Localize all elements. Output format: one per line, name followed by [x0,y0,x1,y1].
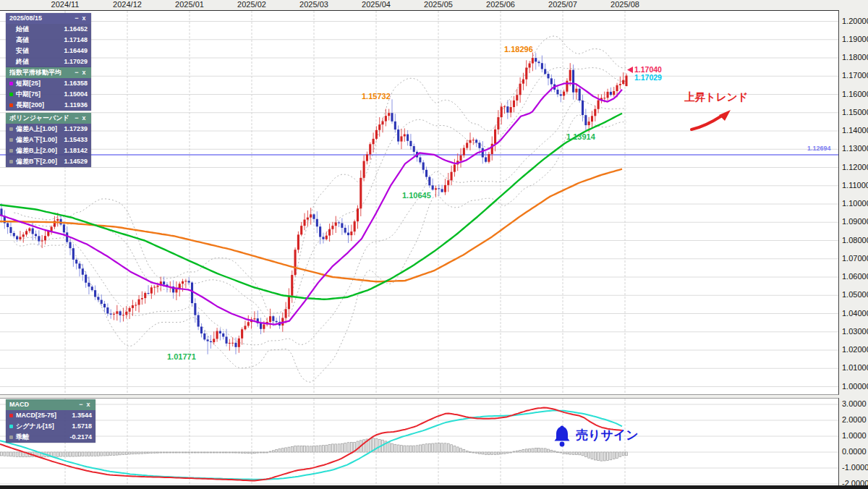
row-value: 1.16449 [64,46,88,56]
candlestick-chart [0,11,838,394]
row-value: 1.11936 [64,100,88,111]
bollinger-box-title: ボリンジャーバンド [9,113,73,124]
row-label: MACD[25-75] [16,410,72,421]
row-value: 1.16358 [64,78,88,89]
ohlc-info-box[interactable]: 2025/08/15 − x 始値1.16452高値1.17148安値1.164… [6,13,91,67]
macd-info-box[interactable]: MACD − x MACD[25-75]1.3544シグナル[15]1.5718… [6,399,95,443]
main-chart-panel[interactable] [0,10,839,395]
ema-rows: 短期[25]1.16358中期[75]1.15004長期[200]1.11936 [6,78,91,111]
series-color-dot [9,103,13,107]
price-tick-label: 1.15000 [842,108,868,116]
price-tick-label: 1.07000 [842,254,868,263]
price-tick-label: 1.14000 [842,126,868,135]
row-label: シグナル[15] [16,421,72,432]
bollinger-info-box[interactable]: ボリンジャーバンド − x 偏差A上[1.00]1.17239偏差A下[1.00… [6,113,91,167]
row-label: 偏差B下[2.00] [16,156,64,167]
last-close-label: 1.17029 [634,73,662,82]
series-color-dot [9,138,13,142]
row-label: 始値 [16,24,64,35]
jan-low-label: 1.01771 [167,352,196,361]
macd-chart [0,399,838,486]
series-color-dot [9,435,13,439]
price-tick-label: 1.13000 [842,144,868,153]
macd-tick-label: 1.0000 [842,431,867,440]
macd-tick-label: 2.0000 [842,415,867,424]
date-tick-label: 2025/02 [237,0,266,9]
bell-icon [552,425,572,448]
indicator-row: 終値1.17029 [6,56,91,67]
row-label: 安値 [16,46,64,56]
row-label: 乖離 [16,432,69,443]
row-value: 1.17029 [64,56,88,67]
price-tick-label: 1.19000 [842,35,868,43]
price-tick-label: 1.09000 [842,217,868,226]
ohlc-box-header[interactable]: 2025/08/15 − x [6,13,91,24]
price-tick-label: 1.10000 [842,199,868,208]
series-color-dot [9,82,13,85]
price-tick-label: 1.18000 [842,53,868,61]
row-label: 偏差A上[1.00] [16,124,64,135]
series-color-dot [9,93,13,96]
minimize-button[interactable]: − [73,113,80,124]
macd-panel[interactable] [0,398,839,486]
close-button[interactable]: x [85,399,92,410]
indicator-row: 偏差A下[1.00]1.15433 [6,135,91,145]
price-tick-label: 1.06000 [842,272,868,281]
macd-tick-label: -1.0000 [842,463,868,472]
bottom-border-bar [0,485,868,489]
april-high-label: 1.15732 [362,92,391,101]
series-color-dot [9,27,13,31]
macd-tick-label: -2.0000 [842,479,868,488]
ema-info-box[interactable]: 指数平滑移動平均 − x 短期[25]1.16358中期[75]1.15004長… [6,67,91,111]
series-color-dot [9,60,13,64]
minimize-button[interactable]: − [73,67,80,78]
indicator-row: 始値1.16452 [6,24,91,35]
row-value: 1.14529 [64,156,88,167]
row-value: 1.15004 [64,89,88,100]
row-label: 終値 [16,56,64,67]
price-tick-label: 1.05000 [842,290,868,299]
fx-chart-app: { "date_axis": ["2024/11","2024/12","202… [0,0,868,489]
series-color-dot [9,127,13,131]
price-tick-label: 1.20000 [842,17,868,25]
date-tick-label: 2025/04 [362,0,391,9]
close-button[interactable]: x [80,13,88,24]
row-label: 短期[25] [16,78,64,89]
price-tick-label: 1.01000 [842,363,868,372]
date-tick-label: 2025/05 [424,0,453,9]
bollinger-rows: 偏差A上[1.00]1.17239偏差A下[1.00]1.15433偏差B上[2… [6,124,91,167]
bollinger-box-header[interactable]: ボリンジャーバンド − x [6,113,91,124]
date-tick-label: 2025/08 [610,0,639,9]
row-value: 1.16452 [64,24,88,35]
may-low-label: 1.10645 [402,191,431,200]
close-button[interactable]: x [80,113,88,124]
indicator-row: 偏差B上[2.00]1.18142 [6,145,91,156]
indicator-row: 短期[25]1.16358 [6,78,91,89]
indicator-row: 中期[75]1.15004 [6,89,91,100]
row-value: 1.15433 [64,135,88,145]
row-value: 1.17239 [64,124,88,135]
ema-box-header[interactable]: 指数平滑移動平均 − x [6,67,91,78]
indicator-row: 安値1.16449 [6,46,91,56]
uptrend-label: 上昇トレンド [684,90,748,104]
row-value: 1.17148 [64,35,88,46]
price-tick-label: 1.00000 [842,382,868,391]
indicator-row: MACD[25-75]1.3544 [6,410,95,421]
indicator-row: 乖離-0.2174 [6,432,95,443]
sell-signal-label: 売りサイン [576,427,639,443]
indicator-row: 高値1.17148 [6,35,91,46]
date-tick-label: 2025/03 [299,0,328,9]
macd-box-header[interactable]: MACD − x [6,399,95,410]
indicator-row: 偏差A上[1.00]1.17239 [6,124,91,135]
minimize-button[interactable]: − [77,399,85,410]
date-tick-label: 2024/11 [51,0,80,9]
ema-box-title: 指数平滑移動平均 [9,67,73,78]
macd-box-title: MACD [9,399,77,410]
row-label: 中期[75] [16,89,64,100]
last-price-marker-icon [626,67,634,74]
price-tick-label: 1.02000 [842,345,868,354]
row-label: 長期[200] [16,100,64,111]
series-color-dot [9,49,13,53]
close-button[interactable]: x [80,67,88,78]
minimize-button[interactable]: − [73,13,80,24]
